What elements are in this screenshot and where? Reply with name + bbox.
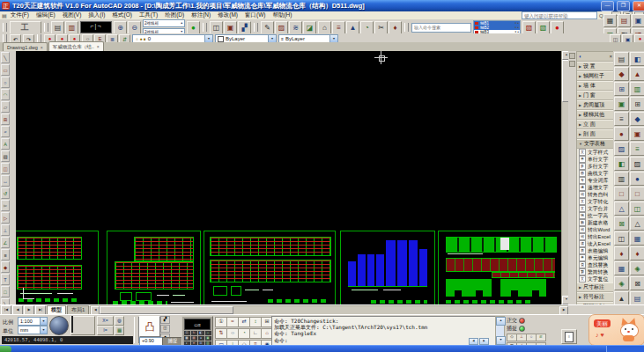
menu-item[interactable]: 格式(O) — [108, 11, 135, 19]
tool-side-icon[interactable]: ▞ — [160, 316, 170, 324]
tarch-tool-icon[interactable]: ◈ — [630, 261, 644, 275]
grid-tool-icon[interactable]: ▣ — [632, 14, 644, 27]
menu-item[interactable]: 视图(V) — [59, 11, 85, 19]
misc-tool-icon[interactable]: ⌂ — [318, 21, 331, 34]
tarch-tool-icon[interactable]: ⊞ — [614, 82, 629, 96]
coord-x-button[interactable]: X= — [97, 316, 114, 326]
tarch-tool-icon[interactable]: ▥ — [630, 82, 644, 96]
calculator-key[interactable]: + — [205, 331, 211, 335]
start-button[interactable] — [0, 346, 11, 352]
drafting-toggle-icon[interactable]: ① — [215, 317, 227, 327]
draw-tool-icon[interactable]: ⊥ — [1, 224, 10, 236]
tarch-tool-icon[interactable]: □ — [630, 187, 644, 201]
menu-item[interactable]: 插入(I) — [85, 11, 108, 19]
calculator-key[interactable]: ▦ — [184, 336, 190, 341]
block-tool-button[interactable]: 凸 — [139, 316, 160, 337]
menu-item[interactable]: 文件(F) — [7, 11, 33, 19]
close-button[interactable]: ✕ — [633, 1, 644, 11]
scroll-right-icon[interactable]: ▶ — [559, 306, 568, 315]
layer-state-icon[interactable]: ● — [551, 21, 564, 34]
tarch-tool-icon[interactable]: ◆ — [614, 67, 629, 81]
draw-tool-icon[interactable]: ▷ — [1, 212, 10, 224]
draw-tool-icon[interactable]: ◪ — [303, 21, 316, 34]
menu-item[interactable]: 帮助(H) — [269, 11, 295, 19]
calculator-key[interactable]: ⊡ — [184, 331, 190, 335]
tab-close-icon[interactable]: × — [41, 45, 43, 50]
palette-group[interactable]: ▶轴网柱子 — [577, 71, 614, 81]
tab-close-icon[interactable]: × — [97, 44, 100, 49]
tarch-tool-icon[interactable]: ⊞ — [630, 97, 644, 111]
help-search-input[interactable] — [522, 11, 597, 19]
tarch-tool-icon[interactable]: ▥ — [614, 172, 629, 186]
tarch-tool-icon[interactable]: ◈ — [614, 276, 629, 290]
tarch-tool-icon[interactable]: △ — [630, 216, 644, 231]
tarch-tool-icon[interactable]: △ — [614, 202, 629, 216]
tarch-tool-icon[interactable]: ▦ — [630, 231, 644, 246]
document-tab[interactable]: 军威物流仓库（结..× — [48, 41, 104, 51]
calculator-key[interactable]: ▣ — [205, 336, 211, 341]
misc-tool-icon[interactable]: ≡ — [332, 21, 345, 34]
palette-group[interactable]: ▶尺寸标注 — [577, 282, 614, 292]
file-tool-icon[interactable]: ▥ — [65, 21, 78, 34]
misc-tool-icon[interactable]: ▲ — [346, 21, 359, 34]
draw-tool-icon[interactable]: ◠ — [1, 89, 10, 100]
draw-tool-icon[interactable]: ≡ — [1, 249, 10, 260]
drafting-toggle-icon[interactable]: ⇅ — [215, 328, 227, 339]
calculator-widget[interactable]: ▭≡ ⊡↻◧+▦▤●▣◐≋⊞▥ — [181, 316, 213, 347]
palette-group[interactable]: ▶楼梯其他 — [577, 110, 614, 120]
command-scrollbar[interactable]: ▲ ▼ — [495, 316, 505, 346]
tarch-tool-icon[interactable]: ◧ — [614, 157, 629, 171]
palette-command[interactable]: 文文字复位 — [577, 275, 614, 282]
block-tool-icon[interactable]: ◫ — [210, 21, 223, 34]
layout-preview-box[interactable]: ⌐|¬ — [80, 21, 112, 33]
layer-state-icon[interactable]: ▧ — [522, 21, 536, 34]
draw-tool-icon[interactable]: ◆ — [1, 261, 10, 273]
minimize-button[interactable]: — — [601, 1, 614, 11]
scroll-thumb[interactable] — [100, 306, 233, 314]
draw-tool-icon[interactable]: ↔ — [1, 175, 10, 187]
draw-tool-icon[interactable]: ✎ — [261, 21, 274, 34]
tarch-tool-icon[interactable]: ▲ — [614, 291, 629, 305]
tarch-tool-icon[interactable]: ≡ — [614, 112, 629, 126]
palette-group[interactable]: ▶符号标注 — [577, 292, 614, 302]
file-tool-icon[interactable]: ▤ — [51, 21, 64, 34]
drafting-toggle-icon[interactable]: ≈ — [226, 317, 239, 327]
draw-tool-icon[interactable]: ▨ — [1, 150, 10, 162]
draw-tool-icon[interactable]: T — [1, 274, 10, 285]
command-search-input[interactable] — [411, 23, 471, 33]
osnap-toggle[interactable]: 捕捉 — [507, 325, 525, 333]
draw-tool-icon[interactable]: ▱ — [1, 101, 10, 113]
globe-button[interactable] — [49, 316, 69, 335]
tarch-tool-icon[interactable]: ● — [630, 172, 644, 186]
scroll-up-icon[interactable]: ▲ — [496, 317, 506, 326]
drafting-toggle-icon[interactable]: ↕ — [249, 317, 262, 327]
tarch-tool-icon[interactable]: □ — [614, 187, 629, 201]
view-style-combo-1[interactable]: 2维线框▲ — [143, 19, 185, 27]
draw-tool-icon[interactable]: ≋ — [289, 21, 302, 34]
palette-group[interactable]: ▶设 置 — [577, 62, 614, 71]
tarch-tool-icon[interactable]: ≡ — [630, 142, 644, 156]
unit-combo[interactable]: mm▼ — [18, 326, 48, 334]
draw-tool-icon[interactable]: ✂ — [1, 200, 10, 211]
tarch-tool-icon[interactable]: ◆ — [630, 112, 644, 126]
palette-close-icon[interactable]: × — [609, 54, 612, 59]
zoom-tool-icon[interactable]: ⊕ — [114, 21, 127, 34]
tarch-tool-icon[interactable]: ⊠ — [630, 276, 644, 290]
draw-tool-icon[interactable]: ∠ — [1, 237, 10, 248]
scale-combo[interactable]: 1:100▼ — [18, 317, 48, 326]
palette-group[interactable]: ▶房间屋顶 — [577, 100, 614, 110]
misc-tool-icon[interactable]: ♦ — [389, 21, 402, 34]
drafting-toggle-icon[interactable]: ☼ — [226, 328, 239, 339]
scroll-down-icon[interactable]: ▼ — [496, 336, 506, 345]
palette-group[interactable]: ▶墙 体 — [577, 81, 614, 91]
palette-group-expanded[interactable]: ▼文字表格 — [577, 139, 614, 149]
render-ball-icon[interactable]: ● — [187, 21, 200, 34]
tarch-tool-icon[interactable]: ◫ — [614, 231, 629, 246]
block-tool-icon[interactable]: ▣ — [224, 21, 237, 34]
tarch-tool-icon[interactable]: ▨ — [614, 142, 629, 156]
screen-menu-toggle-button[interactable] — [70, 316, 95, 335]
tarch-tool-icon[interactable]: ▤ — [630, 291, 644, 305]
menu-item[interactable]: 窗口(W) — [241, 11, 269, 19]
misc-tool-icon[interactable]: ✂ — [374, 21, 388, 34]
tarch-logo-button[interactable]: 工 — [10, 21, 41, 34]
